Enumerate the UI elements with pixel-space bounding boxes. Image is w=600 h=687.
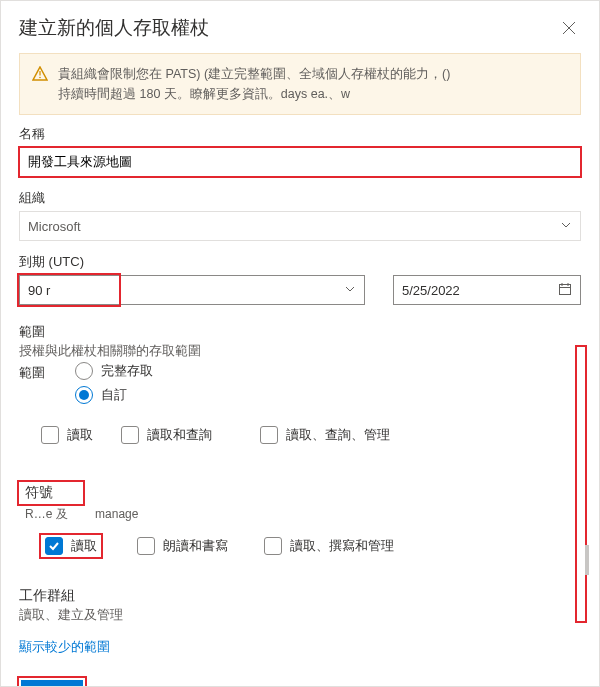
label-name: 名稱 [19, 125, 581, 143]
dialog-title: 建立新的個人存取權杖 [19, 15, 209, 41]
label-organization: 組織 [19, 189, 581, 207]
organization-select[interactable]: Microsoft [19, 211, 581, 241]
checkbox-icon [41, 426, 59, 444]
name-input[interactable] [19, 147, 581, 177]
calendar-icon [558, 282, 572, 299]
checkbox-read-query-label: 讀取和查詢 [147, 426, 212, 444]
symbols-read-highlight: 讀取 [41, 535, 101, 557]
checkbox-icon [137, 537, 155, 555]
radio-icon [75, 362, 93, 380]
svg-point-0 [39, 77, 41, 79]
close-button[interactable] [557, 16, 581, 40]
checkbox-symbols-readwrite[interactable]: 朗讀和書寫 [137, 537, 228, 555]
scope-description: 授權與此權杖相關聯的存取範圍 [19, 343, 581, 360]
checkbox-symbols-manage-label: 讀取、撰寫和管理 [290, 537, 394, 555]
task-group-title: 工作群組 [19, 587, 581, 605]
warning-icon [32, 66, 48, 104]
checkbox-icon [264, 537, 282, 555]
show-fewer-scopes-link[interactable]: 顯示較少的範圍 [19, 638, 581, 656]
cancel-button[interactable]: 取消 [103, 680, 145, 687]
banner-line-1: 貴組織會限制您在 PATS) (建立完整範圍、全域個人存權杖的能力，() [58, 64, 450, 84]
label-expires: 到期 (UTC) [19, 253, 581, 271]
symbols-sub-left: R…e 及 [25, 507, 68, 521]
checkbox-symbols-read-label: 讀取 [71, 537, 97, 555]
checkbox-read-query-manage-label: 讀取、查詢、管理 [286, 426, 390, 444]
banner-line-2: 持續時間超過 180 天。瞭解更多資訊。days ea.、w [58, 84, 450, 104]
expires-duration-value: 90 r [28, 283, 50, 298]
scopes-scrollbar-highlight [575, 345, 587, 623]
svg-rect-1 [39, 71, 40, 76]
scope-column-label: 範圍 [19, 362, 63, 382]
checkbox-symbols-readwrite-label: 朗讀和書寫 [163, 537, 228, 555]
checkbox-symbols-manage[interactable]: 讀取、撰寫和管理 [264, 537, 394, 555]
symbols-sub-right: manage [95, 507, 138, 521]
expires-date-input[interactable]: 5/25/2022 [393, 275, 581, 305]
symbols-section-title: 符號 [19, 482, 83, 504]
expires-date-value: 5/25/2022 [402, 283, 460, 298]
close-icon [561, 20, 577, 36]
organization-value: Microsoft [28, 219, 81, 234]
checkbox-icon [121, 426, 139, 444]
create-button[interactable]: 建立 [21, 680, 83, 687]
scope-heading: 範圍 [19, 323, 581, 341]
checkbox-icon [260, 426, 278, 444]
chevron-down-icon [344, 283, 356, 298]
radio-full-access[interactable]: 完整存取 [75, 362, 581, 380]
create-button-highlight: 建立 [19, 678, 85, 687]
checkbox-read-query-manage[interactable]: 讀取、查詢、管理 [260, 426, 390, 444]
warning-banner: 貴組織會限制您在 PATS) (建立完整範圍、全域個人存權杖的能力，() 持續時… [19, 53, 581, 115]
checkbox-read-query[interactable]: 讀取和查詢 [121, 426, 212, 444]
radio-custom[interactable]: 自訂 [75, 386, 581, 404]
chevron-down-icon [560, 219, 572, 234]
scrollbar-thumb[interactable] [585, 545, 589, 575]
checkbox-read[interactable]: 讀取 [41, 426, 93, 444]
expires-duration-select[interactable]: 90 r [19, 275, 365, 305]
checkbox-read-label: 讀取 [67, 426, 93, 444]
checkbox-icon [45, 537, 63, 555]
svg-rect-2 [560, 284, 571, 294]
radio-icon [75, 386, 93, 404]
radio-full-label: 完整存取 [101, 362, 153, 380]
radio-custom-label: 自訂 [101, 386, 127, 404]
task-group-sub: 讀取、建立及管理 [19, 607, 581, 624]
checkbox-symbols-read[interactable]: 讀取 [45, 537, 97, 555]
